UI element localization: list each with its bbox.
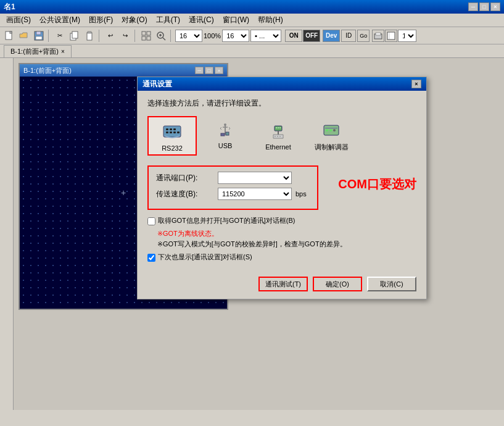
menu-comm[interactable]: 通讯(C) <box>185 14 218 27</box>
menu-common[interactable]: 公共设置(M) <box>36 14 84 27</box>
dialog-close-button[interactable]: × <box>411 80 421 88</box>
svg-rect-25 <box>166 132 168 133</box>
layer-btn1[interactable] <box>372 30 384 42</box>
tab-label: B-1:(前面+背面) <box>10 47 59 56</box>
svg-point-40 <box>326 129 328 132</box>
modem-label: 调制解调器 <box>315 143 349 152</box>
page-select[interactable]: 1 <box>398 30 416 42</box>
tab-b1[interactable]: B-1:(前面+背面) × <box>4 45 72 57</box>
svg-rect-1 <box>10 31 12 33</box>
port-row: 通讯端口(P): <box>156 172 310 184</box>
baud-label: 传送速度(B): <box>156 189 218 199</box>
checkbox2-row: 下次也显示[通讯设置]对话框(S) <box>147 253 416 262</box>
dialog-instruction: 选择连接方法后，请进行详细设置。 <box>147 98 416 109</box>
baud-select[interactable]: 115200 <box>218 188 292 200</box>
app-title: 名1 <box>4 2 15 12</box>
svg-point-31 <box>224 123 226 126</box>
maximize-button[interactable]: □ <box>479 2 489 11</box>
menu-bar: 画面(S) 公共设置(M) 图形(F) 对象(O) 工具(T) 通讯(C) 窗口… <box>0 14 504 27</box>
conn-usb[interactable]: USB <box>200 116 250 156</box>
cancel-button[interactable]: 取消(C) <box>367 277 416 291</box>
zoom-percent: 100% <box>204 32 221 40</box>
new-btn[interactable] <box>2 29 16 43</box>
modem-icon <box>321 120 341 140</box>
dialog-title-label: 通讯设置 <box>143 79 172 90</box>
svg-rect-24 <box>173 128 176 130</box>
svg-rect-19 <box>387 32 395 40</box>
menu-help[interactable]: 帮助(H) <box>254 14 287 27</box>
checkbox2-label: 下次也显示[通讯设置]对话框(S) <box>158 253 252 262</box>
id-btn[interactable]: ID <box>341 30 356 42</box>
dialog-footer: 通讯测试(T) 确定(O) 取消(C) <box>138 272 426 299</box>
layer-btn2[interactable] <box>385 30 397 42</box>
svg-rect-3 <box>36 31 41 35</box>
comm-test-button[interactable]: 通讯测试(T) <box>258 277 308 291</box>
menu-figure[interactable]: 图形(F) <box>85 14 117 27</box>
svg-rect-33 <box>276 127 277 128</box>
svg-rect-35 <box>279 127 281 128</box>
rs232-label: RS232 <box>162 144 183 152</box>
tab-close-icon[interactable]: × <box>61 48 65 55</box>
checkbox1-row: 取得GOT信息并打开[与GOT的通讯]对话框(B) <box>147 216 416 225</box>
zoom-select2[interactable]: 16 <box>222 30 249 42</box>
title-bar: 名1 ─ □ × <box>0 0 504 14</box>
close-app-button[interactable]: × <box>490 2 500 11</box>
sep3 <box>134 30 137 42</box>
undo-btn[interactable]: ↩ <box>104 29 117 43</box>
red-note1: ※GOT为离线状态。 <box>157 229 416 238</box>
off-btn[interactable]: OFF <box>303 30 320 42</box>
svg-rect-43 <box>325 128 337 128</box>
ok-button[interactable]: 确定(O) <box>313 277 362 291</box>
sep1 <box>48 30 51 42</box>
save-btn[interactable] <box>32 29 46 43</box>
title-bar-controls: ─ □ × <box>468 2 500 11</box>
menu-screen[interactable]: 画面(S) <box>2 14 35 27</box>
com-note: COM口要选对 <box>338 176 416 193</box>
svg-rect-23 <box>170 128 172 130</box>
svg-rect-27 <box>173 132 176 133</box>
redo-btn[interactable]: ↪ <box>118 29 132 43</box>
paste-btn[interactable] <box>83 29 96 43</box>
conn-modem[interactable]: 调制解调器 <box>307 116 356 156</box>
svg-rect-22 <box>166 128 168 130</box>
svg-rect-9 <box>142 31 146 35</box>
port-select[interactable] <box>218 172 292 184</box>
svg-line-14 <box>163 38 165 40</box>
zoom-select1[interactable]: 16 <box>175 30 202 42</box>
sep2 <box>99 30 101 42</box>
note2: ※GOT写入模式为[与GOT的校验差异时]，检查与GOT的差异。 <box>157 240 347 248</box>
svg-rect-26 <box>170 132 172 133</box>
grid-size-select[interactable]: ▪ ... <box>250 30 281 42</box>
svg-rect-11 <box>142 36 146 40</box>
comm-settings-dialog: 通讯设置 × 选择连接方法后，请进行详细设置。 <box>137 77 427 299</box>
conn-ethernet[interactable]: Ethernet <box>254 116 303 156</box>
go-btn[interactable]: Go <box>357 30 370 42</box>
ethernet-icon <box>268 121 288 141</box>
svg-rect-18 <box>376 33 381 35</box>
menu-tools[interactable]: 工具(T) <box>152 14 184 27</box>
grid-btn[interactable] <box>139 29 153 43</box>
usb-icon <box>217 122 234 140</box>
dev-btn[interactable]: Dev <box>323 30 340 42</box>
dialog-overlay: 通讯设置 × 选择连接方法后，请进行详细设置。 <box>14 58 504 410</box>
dialog-title-bar: 通讯设置 × <box>138 77 426 91</box>
checkbox2[interactable] <box>147 254 155 262</box>
svg-rect-10 <box>147 31 151 35</box>
conn-rs232[interactable]: RS232 <box>147 116 197 156</box>
svg-rect-36 <box>275 136 276 137</box>
on-btn[interactable]: ON <box>285 30 302 42</box>
tab-bar: B-1:(前面+背面) × <box>0 44 504 58</box>
zoom-in-btn[interactable] <box>154 29 168 43</box>
svg-rect-28 <box>177 132 180 133</box>
svg-rect-29 <box>221 133 225 136</box>
checkbox1[interactable] <box>147 217 155 225</box>
svg-rect-12 <box>147 36 151 40</box>
rs232-icon <box>161 120 183 142</box>
minimize-button[interactable]: ─ <box>468 2 478 11</box>
cut-btn[interactable]: ✂ <box>53 29 67 43</box>
open-btn[interactable] <box>17 29 31 43</box>
copy-btn[interactable] <box>68 29 81 43</box>
svg-point-41 <box>329 129 332 132</box>
menu-window[interactable]: 窗口(W) <box>219 14 253 27</box>
menu-object[interactable]: 对象(O) <box>118 14 151 27</box>
